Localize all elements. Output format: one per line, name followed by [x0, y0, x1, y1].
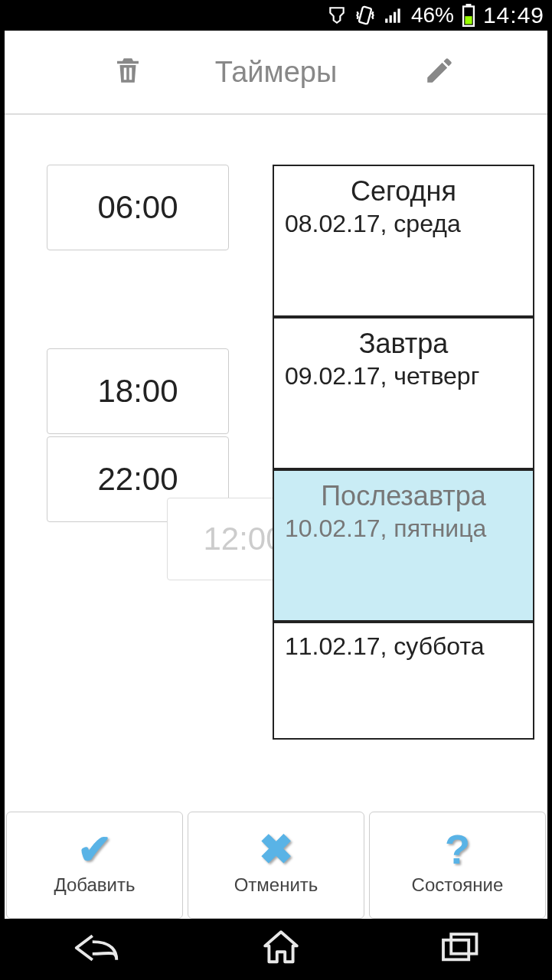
vibrate-icon [354, 5, 376, 26]
time-value: 12:00 [203, 521, 283, 557]
date-card[interactable]: 11.02.17, суббота [273, 622, 534, 740]
date-card[interactable]: Сегодня 08.02.17, среда [273, 165, 534, 317]
date-sub: 11.02.17, суббота [285, 631, 522, 662]
date-sub: 10.02.17, пятница [285, 513, 522, 544]
svg-rect-7 [465, 16, 472, 24]
time-value: 06:00 [97, 189, 178, 226]
signal-icon [384, 5, 403, 25]
time-chip[interactable]: 18:00 [47, 348, 229, 434]
cancel-button[interactable]: ✖ Отменить [188, 812, 364, 919]
date-sub: 09.02.17, четверг [285, 361, 522, 391]
date-column: Сегодня 08.02.17, среда Завтра 09.02.17,… [273, 165, 534, 740]
time-value: 22:00 [97, 461, 178, 498]
time-value: 18:00 [97, 373, 178, 410]
pencil-icon[interactable] [423, 54, 456, 90]
notification-icon [327, 5, 347, 25]
svg-rect-3 [394, 12, 396, 23]
close-icon: ✖ [259, 828, 293, 870]
action-label: Отменить [234, 874, 318, 896]
content-area: 06:00 18:00 22:00 12:00 Сегодня 08.02.17… [5, 115, 547, 919]
date-title: Послезавтра [285, 479, 522, 513]
android-nav-bar [0, 919, 552, 980]
page-title: Таймеры [215, 56, 338, 89]
check-icon: ✔ [77, 828, 112, 870]
add-button[interactable]: ✔ Добавить [6, 812, 183, 919]
date-title: Сегодня [285, 174, 522, 208]
device-frame: 46% 14:49 Таймеры 06:00 18:00 22:00 12:0… [0, 0, 552, 980]
date-title: Завтра [285, 326, 522, 361]
trash-icon[interactable] [112, 54, 144, 90]
svg-rect-0 [359, 6, 372, 24]
date-sub: 08.02.17, среда [285, 208, 522, 239]
date-card-selected[interactable]: Послезавтра 10.02.17, пятница [273, 469, 534, 622]
action-label: Добавить [54, 874, 135, 896]
state-button[interactable]: ? Состояние [369, 812, 546, 919]
status-bar: 46% 14:49 [0, 0, 552, 31]
date-card[interactable]: Завтра 09.02.17, четверг [273, 317, 534, 469]
action-label: Состояние [412, 874, 504, 896]
app-header: Таймеры [5, 31, 547, 115]
app-window: Таймеры 06:00 18:00 22:00 12:00 Сегодня … [5, 31, 547, 919]
svg-rect-2 [389, 15, 391, 23]
svg-rect-1 [385, 18, 387, 22]
action-bar: ✔ Добавить ✖ Отменить ? Состояние [5, 812, 547, 919]
battery-icon [462, 4, 475, 27]
svg-rect-4 [397, 8, 400, 22]
svg-rect-9 [451, 934, 476, 954]
recent-apps-button[interactable] [438, 930, 484, 969]
time-chip[interactable]: 06:00 [47, 165, 229, 250]
status-clock: 14:49 [483, 2, 544, 28]
home-button[interactable] [261, 928, 301, 971]
question-icon: ? [445, 828, 470, 870]
battery-percentage: 46% [411, 3, 454, 28]
back-button[interactable] [69, 932, 124, 967]
svg-rect-8 [443, 940, 469, 960]
